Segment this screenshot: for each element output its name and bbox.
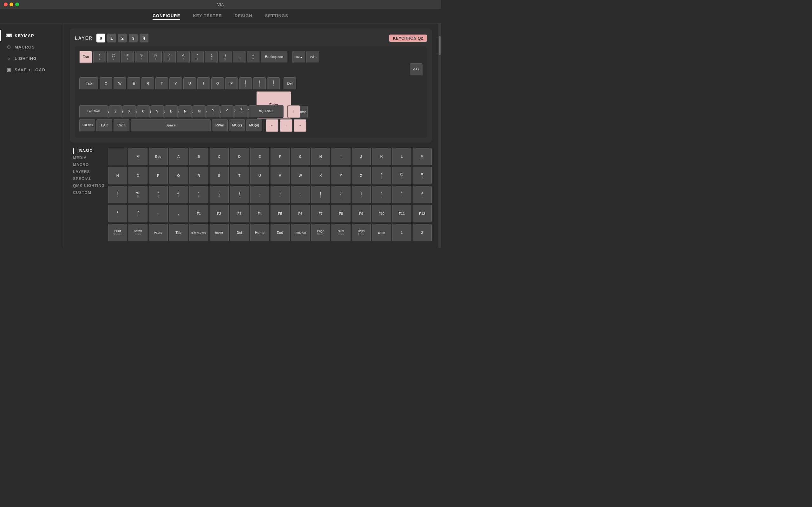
pkey-f12[interactable]: F12 <box>413 205 432 222</box>
scrollbar-track[interactable] <box>438 23 441 248</box>
pkey-num2[interactable]: 2 <box>413 224 432 241</box>
key-mo4[interactable]: MO(4) <box>246 119 262 132</box>
pkey-x[interactable]: X <box>311 167 330 184</box>
key-lalt[interactable]: LAlt <box>96 119 112 132</box>
key-vol-down[interactable]: Vol + <box>410 63 422 76</box>
pkey-dquote[interactable]: " ' <box>392 186 411 204</box>
pkey-k[interactable]: K <box>372 148 391 165</box>
key-n[interactable]: N <box>179 105 192 118</box>
palette-cat-macro[interactable]: MACRO <box>73 162 105 168</box>
pkey-tilde[interactable]: ~ ` <box>291 186 310 204</box>
tab-configure[interactable]: CONFIGURE <box>153 12 180 20</box>
key-0[interactable]: ) 0 <box>219 51 232 63</box>
key-w[interactable]: W <box>113 77 126 90</box>
pkey-a[interactable]: A <box>169 148 188 165</box>
key-left-ctrl[interactable]: Left Ctrl <box>79 119 95 132</box>
pkey-lcurl[interactable]: { [ <box>311 186 330 204</box>
pkey-g[interactable]: G <box>291 148 310 165</box>
pkey-f11[interactable]: F11 <box>392 205 411 222</box>
pkey-caps-lock[interactable]: Caps Lock <box>352 224 371 241</box>
pkey-f8[interactable]: F8 <box>332 205 351 222</box>
pkey-y[interactable]: Y <box>332 167 351 184</box>
layer-btn-0[interactable]: 0 <box>96 34 105 43</box>
pkey-f1[interactable]: F1 <box>189 205 208 222</box>
pkey-i[interactable]: I <box>332 148 351 165</box>
key-q[interactable]: Q <box>100 77 112 90</box>
layer-btn-3[interactable]: 3 <box>129 34 138 43</box>
close-button[interactable] <box>4 3 8 6</box>
key-c[interactable]: C <box>137 105 150 118</box>
pkey-pause[interactable]: Pause <box>149 224 168 241</box>
pkey-star[interactable]: * 8 <box>189 186 208 204</box>
pkey-question[interactable]: ? / <box>129 205 148 222</box>
key-slash[interactable]: ? / <box>235 105 247 118</box>
scrollbar-thumb[interactable] <box>439 36 441 55</box>
layer-btn-1[interactable]: 1 <box>107 34 116 43</box>
pkey-r[interactable]: R <box>189 167 208 184</box>
pkey-hash[interactable]: # 3 <box>413 167 432 184</box>
pkey-trns[interactable]: ▽ <box>129 148 148 165</box>
pkey-rcurl[interactable]: } ] <box>332 186 351 204</box>
pkey-scroll-lock[interactable]: Scroll Lock <box>129 224 148 241</box>
key-2[interactable]: @ 2 <box>107 51 120 63</box>
pkey-comma2[interactable]: , <box>169 205 188 222</box>
pkey-page-up[interactable]: Page Up <box>291 224 310 241</box>
key-right-shift[interactable]: Right Shift <box>249 105 284 118</box>
key-t[interactable]: T <box>155 77 168 90</box>
key-arrow-right[interactable]: → <box>294 119 306 132</box>
pkey-underscore[interactable]: _ - <box>250 186 269 204</box>
pkey-enter-p[interactable]: Enter <box>372 224 391 241</box>
pkey-dollar[interactable]: $ 4 <box>108 186 127 204</box>
key-arrow-left[interactable]: ← <box>266 119 278 132</box>
pkey-at[interactable]: @ 2 <box>392 167 411 184</box>
pkey-m[interactable]: M <box>413 148 432 165</box>
key-vol-up[interactable]: Vol - <box>306 51 319 63</box>
key-i[interactable]: I <box>197 77 210 90</box>
key-left-shift[interactable]: Left Shift <box>79 105 108 118</box>
key-period[interactable]: > . <box>221 105 234 118</box>
palette-cat-qmk-lighting[interactable]: QMK LIGHTING <box>73 182 105 189</box>
key-arrow-up[interactable]: ↑ <box>287 105 300 118</box>
pkey-end-p[interactable]: End <box>270 224 290 241</box>
key-m[interactable]: M <box>193 105 206 118</box>
key-8[interactable]: * 8 <box>191 51 204 63</box>
key-7[interactable]: & 7 <box>177 51 190 63</box>
pkey-excl[interactable]: ! 1 <box>372 167 391 184</box>
key-5[interactable]: % 5 <box>149 51 162 63</box>
pkey-num-lock[interactable]: Num Lock <box>332 224 351 241</box>
pkey-d[interactable]: D <box>230 148 249 165</box>
pkey-f5[interactable]: F5 <box>270 205 290 222</box>
key-6[interactable]: ^ 6 <box>163 51 176 63</box>
pkey-w[interactable]: W <box>291 167 310 184</box>
minimize-button[interactable] <box>9 3 13 6</box>
key-tab[interactable]: Tab <box>79 77 98 90</box>
key-z[interactable]: Z <box>109 105 122 118</box>
pkey-z[interactable]: Z <box>352 167 371 184</box>
pkey-amp[interactable]: & 7 <box>169 186 188 204</box>
layer-btn-4[interactable]: 4 <box>140 34 148 43</box>
palette-cat-special[interactable]: SPECIAL <box>73 176 105 182</box>
pkey-f9[interactable]: F9 <box>352 205 371 222</box>
pkey-s[interactable]: S <box>210 167 229 184</box>
key-lbracket[interactable]: { [ <box>239 77 252 90</box>
pkey-n[interactable]: N <box>108 167 127 184</box>
pkey-backspace[interactable]: Backspace <box>189 224 208 241</box>
pkey-t[interactable]: T <box>230 167 249 184</box>
key-9[interactable]: ( 9 <box>205 51 217 63</box>
sidebar-item-save-load[interactable]: ▣ SAVE + LOAD <box>0 64 63 75</box>
pkey-o[interactable]: O <box>129 167 148 184</box>
key-backslash[interactable]: | \ <box>267 77 280 90</box>
sidebar-item-keymap[interactable]: ⌨ KEYMAP <box>0 30 63 41</box>
pkey-l[interactable]: L <box>392 148 411 165</box>
layer-btn-2[interactable]: 2 <box>118 34 127 43</box>
key-minus[interactable]: _ - <box>233 51 246 63</box>
key-esc[interactable]: Esc <box>79 51 92 63</box>
key-rbracket[interactable]: } ] <box>253 77 266 90</box>
pkey-tab[interactable]: Tab <box>169 224 188 241</box>
pkey-j[interactable]: J <box>352 148 371 165</box>
tab-settings[interactable]: SETTINGS <box>265 12 288 20</box>
pkey-page-down[interactable]: Page Down <box>311 224 330 241</box>
pkey-f2[interactable]: F2 <box>210 205 229 222</box>
pkey-equal[interactable]: = <box>149 205 168 222</box>
key-rwin[interactable]: RWin <box>212 119 228 132</box>
